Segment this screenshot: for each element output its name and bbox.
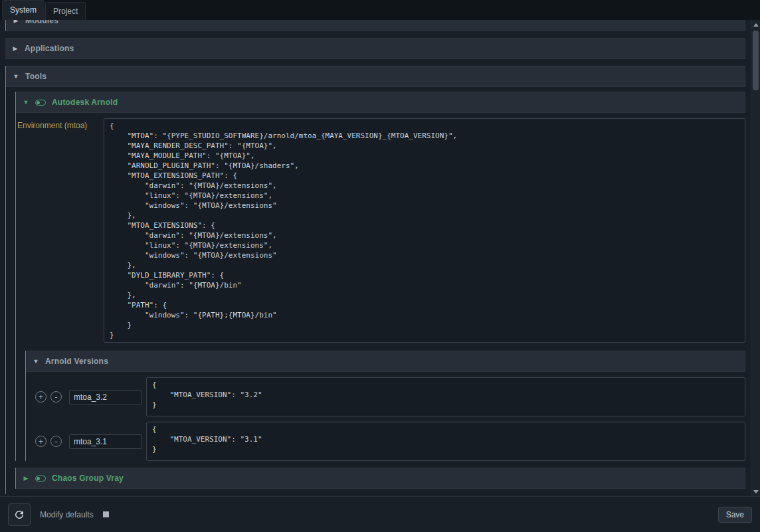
section-tools-body: ▼ Autodesk Arnold Environment (mtoa) { "…	[6, 87, 745, 494]
section-modules-title: Modules	[25, 20, 58, 25]
chevron-right-icon: ▶	[12, 45, 19, 52]
modify-defaults-checkbox[interactable]	[103, 511, 109, 517]
settings-content: ▶ Modules ▶ Applications ▼ Tools	[0, 20, 751, 496]
section-tools: ▼ Tools ▼ Autodesk Arnold Environment (m…	[5, 66, 745, 494]
chevron-down-icon: ▼	[13, 73, 19, 80]
refresh-icon	[13, 509, 25, 521]
refresh-button[interactable]	[8, 503, 31, 526]
enabled-toggle-icon[interactable]	[35, 100, 46, 106]
version-key-input[interactable]	[69, 434, 142, 449]
add-item-button[interactable]: +	[35, 436, 47, 447]
add-item-button[interactable]: +	[35, 391, 47, 402]
section-modules-header[interactable]: ▶ Modules	[6, 20, 745, 31]
tab-system[interactable]: System	[2, 0, 45, 20]
group-autodesk-arnold: ▼ Autodesk Arnold Environment (mtoa) { "…	[15, 92, 745, 461]
section-applications: ▶ Applications	[5, 38, 745, 59]
group-autodesk-arnold-header[interactable]: ▼ Autodesk Arnold	[16, 92, 745, 113]
chevron-down-icon: ▼	[23, 99, 29, 106]
modify-defaults-label: Modify defaults	[40, 510, 94, 519]
section-tools-title: Tools	[25, 72, 47, 81]
group-autodesk-arnold-title: Autodesk Arnold	[52, 98, 118, 107]
remove-item-button[interactable]: -	[50, 391, 62, 402]
section-tools-header[interactable]: ▼ Tools	[6, 66, 745, 87]
version-json-editor[interactable]: { "MTOA_VERSION": "3.1" }	[146, 422, 745, 461]
group-chaos-group-vray: ▶ Chaos Group Vray	[15, 468, 745, 489]
scrollbar[interactable]	[751, 20, 760, 496]
group-autodesk-arnold-body: Environment (mtoa) { "MTOA": "{PYPE_STUD…	[16, 113, 745, 461]
group-chaos-group-vray-header[interactable]: ▶ Chaos Group Vray	[16, 468, 745, 489]
footer: Modify defaults Save	[0, 496, 760, 532]
arrow-up-icon	[753, 23, 759, 27]
chevron-down-icon: ▼	[33, 358, 39, 365]
environment-json-editor[interactable]: { "MTOA": "{PYPE_STUDIO_SOFTWARE}/arnold…	[104, 118, 745, 343]
scrollbar-track[interactable]	[751, 29, 760, 487]
remove-item-button[interactable]: -	[50, 436, 62, 447]
chevron-right-icon: ▶	[13, 20, 19, 24]
section-applications-title: Applications	[25, 44, 74, 53]
tab-project[interactable]: Project	[45, 2, 86, 20]
chevron-right-icon: ▶	[23, 475, 29, 482]
scrollbar-down-button[interactable]	[751, 487, 760, 496]
version-json-editor[interactable]: { "MTOA_VERSION": "3.2" }	[146, 377, 745, 416]
environment-label: Environment (mtoa)	[16, 118, 104, 130]
group-chaos-group-vray-title: Chaos Group Vray	[52, 474, 124, 483]
section-modules: ▶ Modules	[5, 20, 745, 31]
toggle-dot	[37, 101, 40, 104]
enabled-toggle-icon[interactable]	[35, 476, 46, 482]
section-applications-header[interactable]: ▶ Applications	[5, 38, 745, 59]
version-key-input[interactable]	[69, 390, 142, 404]
group-arnold-versions: ▼ Arnold Versions + - { "MTOA_VERSION": …	[25, 351, 745, 461]
settings-window: System Project ▶ Modules ▶ Applications …	[0, 0, 760, 532]
content-wrapper: ▶ Modules ▶ Applications ▼ Tools	[0, 20, 760, 496]
save-button[interactable]: Save	[718, 507, 752, 523]
version-row: + - { "MTOA_VERSION": "3.1" }	[26, 422, 745, 461]
scrollbar-thumb[interactable]	[753, 31, 759, 90]
environment-row: Environment (mtoa) { "MTOA": "{PYPE_STUD…	[16, 118, 745, 343]
toggle-dot	[37, 477, 40, 480]
tab-bar: System Project	[0, 0, 760, 20]
version-row: + - { "MTOA_VERSION": "3.2" }	[26, 377, 745, 416]
group-arnold-versions-title: Arnold Versions	[45, 357, 108, 366]
group-arnold-versions-header[interactable]: ▼ Arnold Versions	[26, 351, 745, 372]
scrollbar-up-button[interactable]	[751, 20, 760, 29]
arrow-down-icon	[753, 490, 759, 493]
